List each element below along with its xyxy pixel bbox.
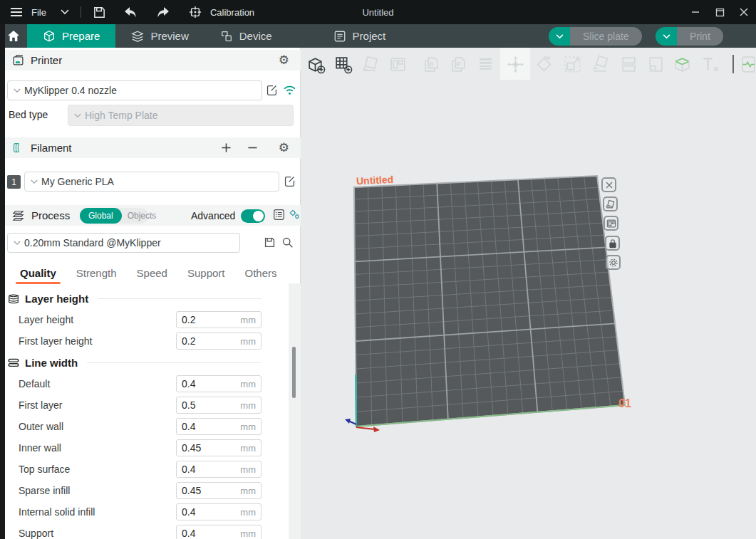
undo-icon[interactable] bbox=[119, 0, 142, 24]
param-row: Top surface0.4mm bbox=[5, 459, 262, 480]
param-value[interactable]: 0.4 bbox=[182, 506, 240, 518]
filament-slot-badge[interactable]: 1 bbox=[7, 175, 21, 189]
param-input[interactable]: 0.4mm bbox=[176, 461, 262, 478]
param-label: Layer height bbox=[19, 314, 176, 325]
save-preset-icon[interactable] bbox=[264, 236, 276, 248]
print-button[interactable]: Print bbox=[656, 27, 723, 46]
restore-icon[interactable] bbox=[708, 0, 732, 24]
tab-project[interactable]: Project bbox=[318, 24, 402, 48]
edit-filament-icon[interactable] bbox=[284, 175, 296, 187]
printer-gear-icon[interactable]: ⚙ bbox=[279, 53, 289, 68]
filament-gear-icon[interactable]: ⚙ bbox=[279, 140, 289, 155]
sidebar-scrollbar[interactable] bbox=[289, 283, 301, 539]
bed-type-select[interactable]: High Temp Plate bbox=[68, 105, 294, 126]
calibration-icon[interactable] bbox=[185, 0, 206, 24]
param-value[interactable]: 0.4 bbox=[182, 528, 240, 539]
plate-name-label[interactable]: Untitled bbox=[356, 174, 394, 187]
chevron-down-icon bbox=[31, 179, 38, 184]
printer-section-title: Printer bbox=[31, 54, 62, 66]
plate-gear-icon[interactable] bbox=[606, 255, 621, 270]
filament-preset-select[interactable]: My Generic PLA bbox=[24, 172, 279, 192]
search-icon[interactable] bbox=[281, 236, 294, 248]
add-filament-plus-icon[interactable] bbox=[222, 143, 231, 152]
param-input[interactable]: 0.2mm bbox=[176, 333, 262, 350]
process-scope-toggle[interactable]: Global Objects bbox=[80, 208, 148, 224]
lock-plate-icon[interactable] bbox=[605, 236, 620, 251]
param-value[interactable]: 0.4 bbox=[182, 464, 240, 475]
param-tab-support[interactable]: Support bbox=[177, 267, 235, 279]
scope-global-option[interactable]: Global bbox=[80, 208, 122, 224]
tab-prepare[interactable]: Prepare bbox=[27, 24, 115, 48]
printer-preset-select[interactable]: MyKlipper 0.4 nozzle bbox=[7, 80, 262, 100]
advanced-label: Advanced bbox=[191, 210, 235, 221]
scope-objects-option[interactable]: Objects bbox=[122, 211, 162, 221]
param-tab-quality[interactable]: Quality bbox=[10, 267, 66, 279]
param-value[interactable]: 0.2 bbox=[182, 314, 240, 325]
param-input[interactable]: 0.45mm bbox=[176, 482, 262, 499]
param-unit: mm bbox=[240, 336, 256, 347]
printer-icon bbox=[12, 54, 24, 66]
slice-options-chevron-down-icon[interactable] bbox=[549, 27, 570, 46]
calibration-label[interactable]: Calibration bbox=[210, 7, 254, 18]
param-value[interactable]: 0.4 bbox=[182, 421, 240, 432]
param-unit: mm bbox=[240, 422, 256, 432]
param-value[interactable]: 0.4 bbox=[182, 378, 240, 389]
process-icon bbox=[12, 210, 25, 221]
param-value[interactable]: 0.2 bbox=[182, 335, 240, 347]
preview-icon bbox=[131, 30, 144, 43]
viewport-3d[interactable]: 0Pa Untitled 01 bbox=[301, 48, 756, 539]
param-gears-icon[interactable] bbox=[289, 209, 301, 221]
build-plate[interactable] bbox=[301, 48, 756, 539]
param-input[interactable]: 0.5mm bbox=[176, 397, 262, 414]
file-menu[interactable]: File bbox=[31, 7, 46, 18]
scrollbar-thumb[interactable] bbox=[292, 347, 296, 398]
process-preset-select[interactable]: 0.20mm Standard @MyKlipper bbox=[7, 233, 240, 253]
close-icon[interactable] bbox=[732, 0, 756, 24]
advanced-toggle[interactable] bbox=[241, 209, 265, 223]
param-value[interactable]: 0.5 bbox=[182, 399, 240, 411]
print-label[interactable]: Print bbox=[677, 27, 723, 46]
param-unit: mm bbox=[240, 507, 256, 518]
tab-device[interactable]: Device bbox=[204, 24, 288, 48]
plate-settings-icon[interactable] bbox=[604, 216, 618, 231]
print-options-chevron-down-icon[interactable] bbox=[656, 27, 677, 46]
param-value[interactable]: 0.45 bbox=[182, 442, 240, 454]
file-chevron-down-icon[interactable] bbox=[56, 0, 73, 24]
param-input[interactable]: 0.4mm bbox=[176, 375, 262, 392]
param-tab-others[interactable]: Others bbox=[235, 267, 287, 279]
tab-label: Project bbox=[353, 30, 386, 42]
param-label: Internal solid infill bbox=[19, 506, 176, 518]
filament-preset-value: My Generic PLA bbox=[41, 176, 114, 187]
tab-label: Prepare bbox=[62, 30, 100, 42]
param-value[interactable]: 0.45 bbox=[182, 485, 240, 496]
param-input[interactable]: 0.4mm bbox=[176, 418, 262, 435]
redo-icon[interactable] bbox=[152, 0, 175, 24]
param-input[interactable]: 0.4mm bbox=[176, 503, 262, 520]
param-groups: Layer heightLayer height0.2mmFirst layer… bbox=[5, 283, 289, 539]
edit-printer-icon[interactable] bbox=[266, 84, 278, 96]
save-icon[interactable] bbox=[88, 0, 110, 24]
minimize-icon[interactable] bbox=[683, 0, 708, 24]
tab-preview[interactable]: Preview bbox=[115, 24, 204, 48]
param-row: Internal solid infill0.4mm bbox=[5, 501, 262, 523]
project-icon bbox=[333, 30, 346, 43]
prepare-icon bbox=[43, 30, 56, 43]
param-tab-bar: QualityStrengthSpeedSupportOthers bbox=[10, 261, 287, 284]
param-row: Support0.4mm bbox=[5, 523, 262, 539]
param-label: Default bbox=[19, 378, 176, 389]
printer-section-header: Printer ⚙ bbox=[5, 50, 301, 70]
wifi-icon[interactable] bbox=[283, 85, 296, 95]
list-settings-icon[interactable] bbox=[273, 209, 285, 221]
param-input[interactable]: 0.45mm bbox=[176, 439, 262, 456]
delete-plate-icon[interactable] bbox=[601, 177, 616, 192]
slice-plate-button[interactable]: Slice plate bbox=[549, 27, 642, 46]
param-input[interactable]: 0.2mm bbox=[176, 311, 262, 328]
orient-plate-icon[interactable] bbox=[603, 197, 618, 211]
remove-filament-minus-icon[interactable] bbox=[248, 143, 257, 152]
param-input[interactable]: 0.4mm bbox=[176, 525, 262, 539]
slice-plate-label[interactable]: Slice plate bbox=[570, 27, 642, 46]
hamburger-icon[interactable] bbox=[6, 0, 27, 24]
param-tab-strength[interactable]: Strength bbox=[66, 267, 127, 279]
param-unit: mm bbox=[240, 486, 256, 496]
param-tab-speed[interactable]: Speed bbox=[127, 267, 177, 279]
